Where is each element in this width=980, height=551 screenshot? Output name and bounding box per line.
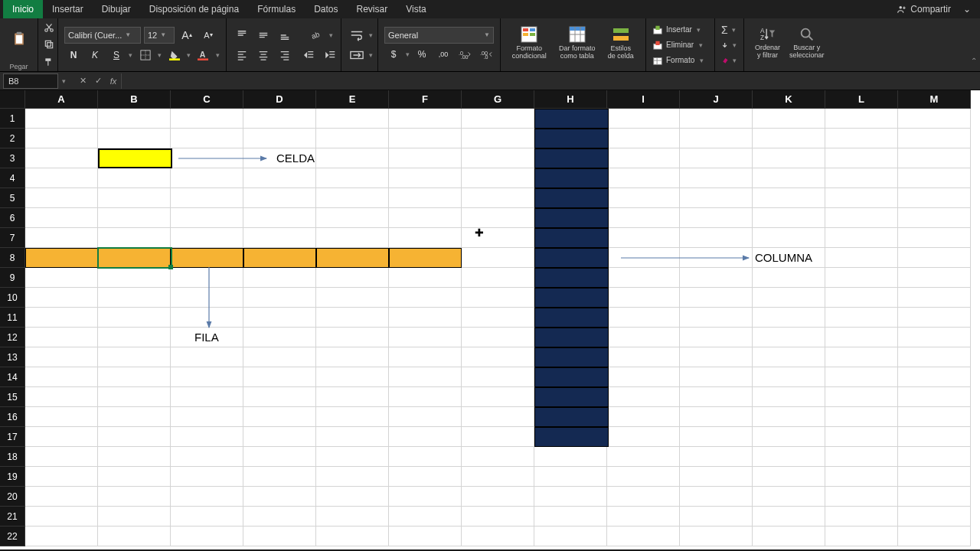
decrease-decimal-button[interactable]: .00.0 bbox=[477, 45, 495, 64]
cell[interactable] bbox=[825, 308, 898, 328]
cell[interactable] bbox=[171, 168, 243, 188]
cell[interactable] bbox=[316, 148, 389, 168]
cell[interactable] bbox=[389, 308, 462, 328]
cell[interactable] bbox=[753, 367, 825, 387]
cell[interactable] bbox=[534, 507, 607, 527]
cell[interactable] bbox=[462, 208, 534, 228]
celda-highlight[interactable] bbox=[98, 148, 172, 168]
cell[interactable] bbox=[98, 407, 171, 427]
cell[interactable] bbox=[462, 228, 534, 248]
cell[interactable] bbox=[25, 367, 98, 387]
cell[interactable] bbox=[171, 188, 243, 208]
cell[interactable] bbox=[98, 308, 171, 328]
cell[interactable] bbox=[462, 328, 534, 347]
cell[interactable] bbox=[98, 288, 171, 308]
cell[interactable] bbox=[462, 427, 534, 447]
align-center-button[interactable] bbox=[254, 46, 273, 64]
cell[interactable] bbox=[607, 208, 680, 228]
cell[interactable] bbox=[171, 387, 243, 407]
column-header[interactable]: C bbox=[171, 90, 243, 109]
cell[interactable] bbox=[389, 407, 462, 427]
cell[interactable] bbox=[753, 347, 825, 367]
menu-tab-revisar[interactable]: Revisar bbox=[348, 0, 397, 18]
fx-button[interactable]: fx bbox=[106, 77, 121, 86]
increase-font-button[interactable]: A▴ bbox=[178, 26, 196, 44]
cell[interactable] bbox=[680, 328, 753, 347]
cell[interactable] bbox=[534, 487, 607, 507]
name-box-dropdown[interactable]: ▾ bbox=[58, 77, 69, 85]
row-header[interactable]: 18 bbox=[0, 447, 25, 467]
cell[interactable] bbox=[462, 188, 534, 208]
cell[interactable] bbox=[243, 228, 316, 248]
cell[interactable] bbox=[680, 109, 753, 129]
cell[interactable] bbox=[98, 467, 171, 487]
cell[interactable] bbox=[753, 208, 825, 228]
cell[interactable] bbox=[607, 129, 680, 148]
columna-cell[interactable] bbox=[534, 347, 609, 367]
cell[interactable] bbox=[25, 188, 98, 208]
columna-cell[interactable] bbox=[534, 109, 609, 129]
cell[interactable] bbox=[825, 487, 898, 507]
cell[interactable] bbox=[243, 129, 316, 148]
number-format-select[interactable]: General▼ bbox=[384, 27, 494, 44]
cell[interactable] bbox=[825, 208, 898, 228]
cell[interactable] bbox=[825, 168, 898, 188]
column-header[interactable]: A bbox=[25, 90, 98, 109]
cell[interactable] bbox=[680, 188, 753, 208]
align-bottom-button[interactable] bbox=[276, 26, 294, 44]
cell[interactable] bbox=[316, 228, 389, 248]
fila-cell[interactable] bbox=[316, 248, 389, 268]
cell[interactable] bbox=[753, 407, 825, 427]
row-header[interactable]: 3 bbox=[0, 148, 25, 168]
cell[interactable] bbox=[316, 367, 389, 387]
row-header[interactable]: 1 bbox=[0, 109, 25, 129]
cell[interactable] bbox=[607, 109, 680, 129]
cell[interactable] bbox=[171, 407, 243, 427]
cell[interactable] bbox=[898, 487, 971, 507]
cell[interactable] bbox=[389, 447, 462, 467]
font-name-select[interactable]: Calibri (Cuer...▼ bbox=[64, 27, 141, 44]
cell[interactable] bbox=[825, 328, 898, 347]
cell[interactable] bbox=[753, 507, 825, 527]
cell[interactable] bbox=[462, 129, 534, 148]
cell[interactable] bbox=[316, 129, 389, 148]
columna-cell[interactable] bbox=[534, 148, 609, 168]
cell[interactable] bbox=[898, 148, 971, 168]
cell[interactable] bbox=[98, 447, 171, 467]
clear-button[interactable]: ▾ bbox=[721, 54, 737, 67]
percent-button[interactable]: % bbox=[413, 45, 431, 64]
share-button[interactable]: Compartir bbox=[890, 4, 957, 15]
row-header[interactable]: 2 bbox=[0, 129, 25, 148]
cell-styles-button[interactable]: Estilos de celda bbox=[603, 20, 639, 66]
cell[interactable] bbox=[98, 328, 171, 347]
cell[interactable] bbox=[898, 208, 971, 228]
cell[interactable] bbox=[243, 168, 316, 188]
cell[interactable] bbox=[98, 109, 171, 129]
columna-cell[interactable] bbox=[534, 168, 609, 188]
cell[interactable] bbox=[462, 507, 534, 527]
column-header[interactable]: E bbox=[316, 90, 389, 109]
row-header[interactable]: 21 bbox=[0, 507, 25, 527]
cell[interactable] bbox=[607, 407, 680, 427]
cell[interactable] bbox=[825, 467, 898, 487]
columna-cell[interactable] bbox=[534, 328, 609, 347]
cell[interactable] bbox=[389, 487, 462, 507]
row-header[interactable]: 22 bbox=[0, 527, 25, 546]
cell[interactable] bbox=[753, 268, 825, 288]
cell[interactable] bbox=[825, 407, 898, 427]
row-header[interactable]: 16 bbox=[0, 407, 25, 427]
bold-button[interactable]: N bbox=[64, 46, 83, 64]
cell[interactable] bbox=[171, 288, 243, 308]
cell[interactable] bbox=[898, 447, 971, 467]
cell[interactable] bbox=[753, 467, 825, 487]
cell[interactable] bbox=[25, 507, 98, 527]
cell[interactable] bbox=[753, 308, 825, 328]
row-header[interactable]: 20 bbox=[0, 487, 25, 507]
cell[interactable] bbox=[316, 427, 389, 447]
row-header[interactable]: 6 bbox=[0, 208, 25, 228]
menu-tab-insertar[interactable]: Insertar bbox=[43, 0, 93, 18]
cell[interactable] bbox=[462, 288, 534, 308]
cell[interactable] bbox=[171, 148, 243, 168]
cell[interactable] bbox=[98, 427, 171, 447]
cell[interactable] bbox=[898, 527, 971, 546]
